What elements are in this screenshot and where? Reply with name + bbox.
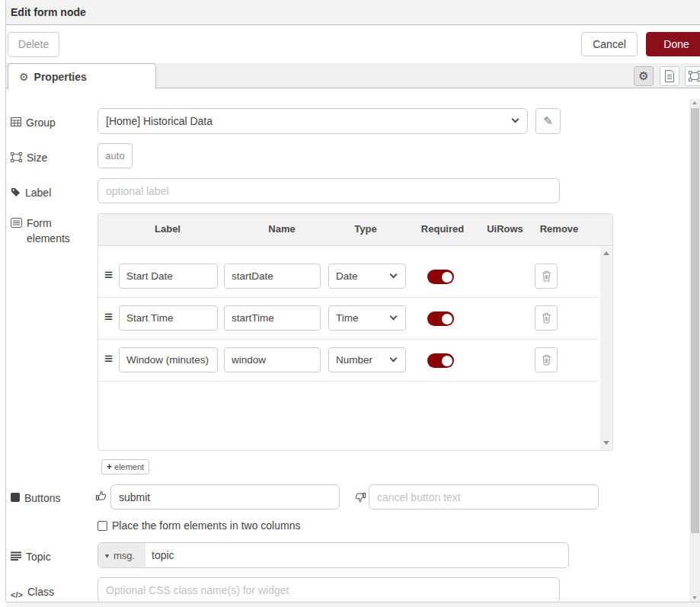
drag-handle-icon[interactable]: ≡ — [104, 350, 113, 367]
toggle-knob — [442, 356, 452, 366]
table-row: ≡ Number — [98, 340, 599, 382]
tab-properties-label: Properties — [34, 71, 87, 83]
panel-left-edge — [5, 0, 6, 602]
two-columns-label[interactable]: Place the form elements in two columns — [112, 519, 300, 532]
toggle-knob — [442, 314, 452, 324]
chevron-down-icon — [390, 270, 398, 278]
chevron-down-icon — [390, 354, 398, 362]
label-field-label: Label — [11, 185, 90, 200]
appearance-tab-button[interactable] — [685, 66, 700, 86]
scrollbar-thumb[interactable] — [691, 108, 699, 533]
column-header-required: Required — [404, 223, 481, 235]
plus-icon: + — [107, 462, 112, 472]
form-elements-table-header: Label Name Type Required UiRows Remove — [98, 214, 612, 246]
gear-icon: ⚙ — [638, 69, 648, 83]
object-group-icon — [689, 71, 700, 81]
done-button[interactable]: Done — [646, 32, 700, 56]
row-type-select[interactable]: Date — [328, 264, 406, 289]
column-header-uirows: UiRows — [475, 223, 535, 235]
trash-icon — [542, 270, 551, 282]
group-select-value: [Home] Historical Data — [106, 115, 213, 127]
row-name-input[interactable] — [224, 347, 321, 372]
dropdown-triangle-icon: ▾ — [105, 551, 109, 560]
description-tab-button[interactable] — [660, 66, 679, 86]
drag-handle-icon[interactable]: ≡ — [104, 267, 113, 283]
trash-icon — [542, 312, 551, 324]
delete-button[interactable]: Delete — [8, 32, 59, 57]
column-header-type: Type — [328, 223, 404, 235]
row-label-input[interactable] — [119, 347, 218, 372]
scroll-up-icon[interactable] — [692, 101, 697, 104]
topic-value[interactable]: topic — [145, 543, 174, 567]
group-field-label: Group — [11, 115, 90, 130]
table-icon — [11, 117, 21, 126]
group-select[interactable]: [Home] Historical Data — [97, 108, 528, 134]
topic-field-label: Topic — [11, 549, 90, 564]
form-elements-table: Label Name Type Required UiRows Remove ≡… — [97, 213, 613, 451]
form-elements-table-body: ≡ Date ≡ Time — [98, 246, 612, 450]
required-toggle[interactable] — [427, 353, 454, 368]
row-name-input[interactable] — [224, 264, 321, 289]
tag-icon — [11, 187, 21, 197]
label-input[interactable] — [97, 178, 560, 203]
row-type-select[interactable]: Time — [328, 305, 406, 331]
row-type-select[interactable]: Number — [328, 347, 406, 372]
size-field-label: Size — [11, 150, 90, 165]
square-icon — [11, 493, 20, 502]
required-toggle[interactable] — [427, 270, 454, 284]
column-header-name: Name — [244, 223, 320, 235]
properties-tab-button[interactable]: ⚙ — [634, 66, 654, 86]
tab-bar: ⚙ Properties ⚙ — [6, 63, 700, 88]
row-name-input[interactable] — [224, 305, 321, 331]
dialog-header: Edit form node — [6, 0, 700, 25]
size-auto-button[interactable]: auto — [97, 143, 133, 168]
css-class-input[interactable] — [97, 577, 560, 603]
msg-type-selector[interactable]: ▾ msg. — [98, 543, 145, 567]
topic-typed-input: ▾ msg. topic — [97, 542, 569, 568]
cancel-button-text-input[interactable] — [369, 484, 599, 510]
row-label-input[interactable] — [119, 264, 218, 289]
gear-icon: ⚙ — [19, 71, 29, 83]
pencil-icon: ✎ — [543, 114, 553, 127]
tasks-icon — [11, 551, 21, 561]
scroll-up-icon[interactable] — [603, 251, 609, 255]
row-label-input[interactable] — [119, 305, 218, 331]
add-element-button[interactable]: + element — [101, 459, 149, 474]
remove-row-button[interactable] — [535, 305, 558, 331]
two-columns-checkbox[interactable] — [97, 521, 107, 531]
table-row: ≡ Time — [98, 298, 599, 340]
trash-icon — [542, 354, 551, 366]
class-field-label: </> Class — [11, 584, 90, 602]
column-header-label: Label — [129, 223, 206, 235]
dialog-title: Edit form node — [11, 6, 86, 18]
chevron-down-icon — [390, 312, 398, 320]
object-group-icon — [11, 152, 22, 162]
submit-button-text-input[interactable] — [110, 484, 340, 510]
thumbs-up-icon — [95, 490, 107, 502]
table-scrollbar[interactable] — [600, 247, 612, 449]
main-scrollbar[interactable] — [689, 99, 700, 602]
remove-row-button[interactable] — [535, 264, 558, 289]
edit-group-button[interactable]: ✎ — [535, 108, 561, 134]
list-alt-icon — [11, 218, 22, 228]
form-elements-field-label: Form elements — [11, 216, 90, 246]
dialog-footer-strip — [6, 602, 700, 607]
tab-properties[interactable]: ⚙ Properties — [8, 63, 156, 89]
required-toggle[interactable] — [427, 311, 454, 326]
edit-form-node-dialog: Edit form node Delete Cancel Done ⚙ Prop… — [0, 0, 700, 607]
buttons-field-label: Buttons — [11, 490, 90, 506]
code-icon: </> — [11, 587, 23, 602]
remove-row-button[interactable] — [535, 347, 558, 372]
cancel-button[interactable]: Cancel — [581, 32, 638, 56]
scroll-down-icon[interactable] — [603, 441, 609, 445]
msg-prefix-label: msg. — [113, 550, 135, 561]
chevron-down-icon — [512, 116, 519, 123]
toggle-knob — [442, 272, 452, 283]
table-row: ≡ Date — [98, 256, 599, 298]
scroll-down-icon[interactable] — [692, 596, 697, 599]
document-icon — [664, 70, 675, 82]
thumbs-down-icon — [354, 491, 366, 503]
drag-handle-icon[interactable]: ≡ — [104, 308, 113, 325]
column-header-remove: Remove — [529, 223, 590, 235]
